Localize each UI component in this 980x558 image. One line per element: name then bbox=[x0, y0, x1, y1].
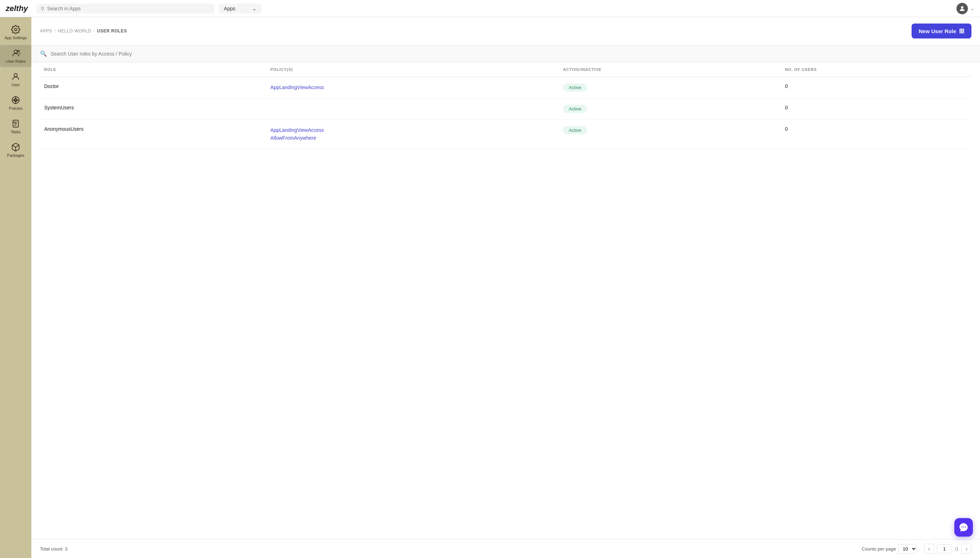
sidebar-item-user-roles[interactable]: User Roles bbox=[0, 45, 31, 67]
next-page-button[interactable]: › bbox=[962, 544, 972, 554]
tasks-icon bbox=[11, 119, 20, 128]
table-row[interactable]: DoctorAppLandingViewAccessActive0 bbox=[40, 77, 972, 98]
policy-link[interactable]: AllowFromAnywhere bbox=[271, 134, 555, 142]
per-page-dropdown[interactable]: 10 25 50 bbox=[898, 544, 917, 554]
total-pages: /1 bbox=[955, 546, 959, 551]
svg-point-18 bbox=[963, 526, 964, 527]
status-cell: Active bbox=[559, 98, 781, 120]
status-badge: Active bbox=[563, 84, 587, 92]
total-count: Total count: 3 bbox=[40, 546, 67, 551]
breadcrumb: APPS / HELLO WORLD / USER ROLES bbox=[40, 28, 127, 33]
breadcrumb-sep-2: / bbox=[94, 28, 95, 33]
main-content: APPS / HELLO WORLD / USER ROLES New User… bbox=[31, 17, 980, 558]
status-badge: Active bbox=[563, 126, 587, 135]
packages-icon bbox=[11, 143, 20, 152]
search-icon: ⚲ bbox=[41, 6, 44, 11]
layout: App Settings User Roles User bbox=[0, 17, 980, 558]
page-header: APPS / HELLO WORLD / USER ROLES New User… bbox=[31, 17, 980, 45]
role-cell: AnonymousUsers bbox=[40, 120, 266, 149]
policies-cell bbox=[266, 98, 559, 120]
policies-cell: AppLandingViewAccess bbox=[266, 77, 559, 98]
users-count-cell: 0 bbox=[781, 98, 972, 120]
table-row[interactable]: SystemUsersActive0 bbox=[40, 98, 972, 120]
svg-point-19 bbox=[965, 526, 966, 527]
chat-icon bbox=[959, 522, 969, 532]
sidebar-item-label: Packages bbox=[7, 153, 24, 158]
svg-point-0 bbox=[961, 6, 964, 8]
sidebar-item-app-settings[interactable]: App Settings bbox=[0, 21, 31, 43]
svg-point-17 bbox=[962, 526, 962, 527]
status-badge: Active bbox=[563, 105, 587, 113]
status-cell: Active bbox=[559, 77, 781, 98]
search-icon: 🔍 bbox=[40, 50, 47, 57]
sidebar-item-label: User Roles bbox=[6, 59, 25, 63]
col-role: ROLE bbox=[40, 62, 266, 77]
policy-link[interactable]: AppLandingViewAccess bbox=[271, 84, 555, 91]
svg-point-3 bbox=[18, 50, 19, 52]
breadcrumb-sep-1: / bbox=[54, 28, 56, 33]
svg-point-1 bbox=[15, 28, 17, 31]
sidebar-item-tasks[interactable]: Tasks bbox=[0, 115, 31, 138]
new-user-role-label: New User Role bbox=[919, 28, 956, 34]
role-cell: SystemUsers bbox=[40, 98, 266, 120]
breadcrumb-apps[interactable]: APPS bbox=[40, 28, 52, 33]
svg-point-4 bbox=[14, 74, 18, 77]
col-policy: POLICY(S) bbox=[266, 62, 559, 77]
apps-dropdown[interactable]: Apps ⌄ bbox=[219, 3, 261, 13]
table-footer: Total count: 3 Counts per page 10 25 50 … bbox=[31, 539, 980, 558]
policy-link[interactable]: AppLandingViewAccess bbox=[271, 126, 555, 134]
current-page-input[interactable] bbox=[937, 545, 952, 553]
global-search-container: ⚲ bbox=[36, 3, 215, 13]
sidebar: App Settings User Roles User bbox=[0, 17, 31, 558]
sidebar-item-label: Policies bbox=[9, 106, 23, 110]
sidebar-item-label: Tasks bbox=[11, 130, 21, 134]
sidebar-item-user[interactable]: User bbox=[0, 69, 31, 90]
chat-fab-button[interactable] bbox=[954, 518, 973, 537]
new-user-role-button[interactable]: New User Role ⊞ bbox=[911, 23, 972, 38]
sidebar-item-policies[interactable]: Policies bbox=[0, 92, 31, 114]
chevron-down-icon: ⌄ bbox=[252, 6, 256, 11]
gear-icon bbox=[11, 25, 20, 34]
user-roles-icon bbox=[11, 48, 20, 58]
chevron-down-icon[interactable]: ⌄ bbox=[971, 6, 974, 11]
svg-point-2 bbox=[14, 50, 18, 53]
users-count-cell: 0 bbox=[781, 77, 972, 98]
sidebar-item-label: App Settings bbox=[5, 36, 27, 40]
svg-point-11 bbox=[15, 99, 16, 101]
content-search-bar: 🔍 bbox=[31, 45, 980, 62]
policies-cell: AppLandingViewAccessAllowFromAnywhere bbox=[266, 120, 559, 149]
role-cell: Doctor bbox=[40, 77, 266, 98]
user-icon bbox=[11, 72, 20, 81]
sidebar-item-label: User bbox=[11, 83, 20, 87]
per-page-label: Counts per page bbox=[862, 546, 896, 551]
sidebar-item-packages[interactable]: Packages bbox=[0, 139, 31, 161]
logo: zelthy bbox=[6, 4, 28, 13]
topbar: zelthy ⚲ Apps ⌄ ⌄ bbox=[0, 0, 980, 17]
breadcrumb-current: USER ROLES bbox=[97, 28, 127, 33]
prev-page-button[interactable]: ‹ bbox=[924, 544, 934, 554]
role-search-input[interactable] bbox=[51, 51, 972, 57]
col-status: ACTIVE/INACTIVE bbox=[559, 62, 781, 77]
table-row[interactable]: AnonymousUsersAppLandingViewAccessAllowF… bbox=[40, 120, 972, 149]
pagination: ‹ /1 › bbox=[924, 544, 972, 554]
per-page-selector: Counts per page 10 25 50 bbox=[862, 544, 917, 554]
global-search-input[interactable] bbox=[47, 6, 210, 11]
plus-icon: ⊞ bbox=[959, 27, 964, 35]
col-users: NO. OF USERS bbox=[781, 62, 972, 77]
apps-dropdown-label: Apps bbox=[224, 6, 235, 11]
avatar[interactable] bbox=[957, 3, 968, 14]
table-container: ROLE POLICY(S) ACTIVE/INACTIVE NO. OF US… bbox=[31, 62, 980, 539]
policies-icon bbox=[11, 95, 20, 105]
user-roles-table: ROLE POLICY(S) ACTIVE/INACTIVE NO. OF US… bbox=[40, 62, 972, 149]
status-cell: Active bbox=[559, 120, 781, 149]
topbar-right: ⌄ bbox=[957, 3, 974, 14]
breadcrumb-hello-world[interactable]: HELLO WORLD bbox=[58, 28, 91, 33]
users-count-cell: 0 bbox=[781, 120, 972, 149]
